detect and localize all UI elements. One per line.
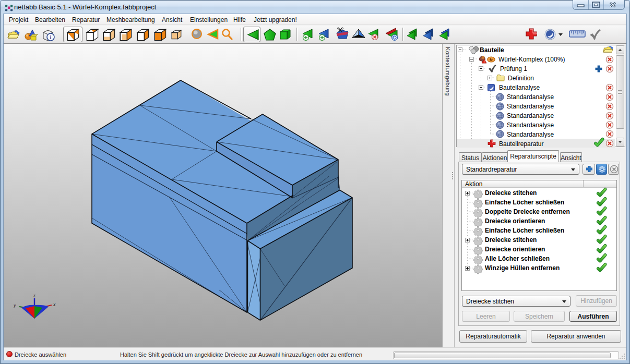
svg-text:z: z bbox=[33, 293, 35, 298]
svg-text:y: y bbox=[13, 302, 16, 308]
svg-text:i: i bbox=[50, 34, 52, 40]
svg-text:x: x bbox=[53, 301, 56, 307]
